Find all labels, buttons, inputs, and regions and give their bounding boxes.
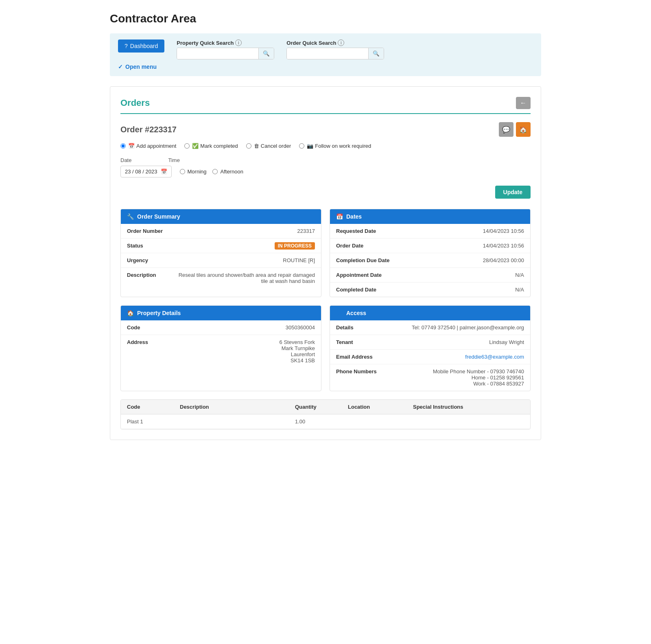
radio-cancel-order-input[interactable] <box>246 143 251 149</box>
items-table: Code Description Quantity Location Speci… <box>120 399 531 429</box>
property-code-row: Code 3050360004 <box>121 320 321 335</box>
requested-date-value: 14/04/2023 10:56 <box>385 228 524 234</box>
radio-follow-on-input[interactable] <box>299 143 304 149</box>
order-number-row: Order #223317 💬 🏠 <box>120 122 531 137</box>
morning-radio[interactable] <box>180 169 185 174</box>
access-title: Access <box>346 310 366 316</box>
morning-option[interactable]: Morning <box>180 169 207 175</box>
afternoon-label: Afternoon <box>220 169 243 175</box>
order-search-info-icon[interactable]: i <box>338 39 344 46</box>
property-search-label: Property Quick Search i <box>177 39 274 46</box>
wrench-icon: 🔧 <box>127 213 134 220</box>
calendar-icon: 📅 <box>128 143 135 149</box>
radio-cancel-order[interactable]: 🗑 Cancel order <box>246 143 291 149</box>
radio-follow-on-label: 📷 Follow on work required <box>307 143 371 149</box>
row-special-instructions <box>413 418 524 425</box>
radio-mark-completed-label: ✅ Mark completed <box>192 143 238 149</box>
col-code: Code <box>127 404 176 410</box>
completed-date-row: Completed Date N/A <box>330 283 530 297</box>
col-special-instructions: Special Instructions <box>413 404 524 410</box>
home-button[interactable]: 🏠 <box>516 122 531 137</box>
radio-add-appointment-input[interactable] <box>120 143 126 149</box>
urgency-label: Urgency <box>127 257 176 263</box>
property-search-input[interactable] <box>177 48 258 59</box>
date-time-section: Date Time 23 / 08 / 2023 📅 Morning After… <box>120 157 531 177</box>
col-location: Location <box>348 404 409 410</box>
order-action-icons: 💬 🏠 <box>499 122 531 137</box>
property-address-row: Address 6 Stevens Fork Mark Turnpike Lau… <box>121 335 321 368</box>
date-time-controls: 23 / 08 / 2023 📅 Morning Afternoon <box>120 166 531 177</box>
requested-date-label: Requested Date <box>336 228 385 234</box>
order-search-button[interactable]: 🔍 <box>368 48 384 59</box>
property-address-label: Address <box>127 339 176 345</box>
tenant-row: Tenant Lindsay Wright <box>330 335 530 350</box>
chevron-down-icon: ✓ <box>118 64 123 70</box>
dates-title: Dates <box>346 213 362 220</box>
appointment-date-label: Appointment Date <box>336 272 385 278</box>
order-summary-title: Order Summary <box>137 213 180 220</box>
order-search-input[interactable] <box>287 48 368 59</box>
open-menu-label: Open menu <box>125 64 157 70</box>
phone-label: Phone Numbers <box>336 368 385 375</box>
comment-button[interactable]: 💬 <box>499 122 513 137</box>
property-code-value: 3050360004 <box>176 324 315 331</box>
email-row: Email Address freddie63@example.com <box>330 350 530 364</box>
order-search-label: Order Quick Search i <box>286 39 384 46</box>
order-summary-card: 🔧 Order Summary Order Number 223317 Stat… <box>120 209 321 297</box>
description-label: Description <box>127 272 176 278</box>
urgency-row: Urgency ROUTINE [R] <box>121 253 321 268</box>
email-label: Email Address <box>336 354 385 360</box>
update-row: Update <box>120 186 531 199</box>
orders-title: Orders <box>120 98 150 108</box>
tenant-label: Tenant <box>336 339 385 345</box>
update-button[interactable]: Update <box>495 186 531 199</box>
property-search-info-icon[interactable]: i <box>235 39 242 46</box>
order-number-row-detail: Order Number 223317 <box>121 224 321 239</box>
completion-due-date-label: Completion Due Date <box>336 257 389 263</box>
property-search-button[interactable]: 🔍 <box>258 48 274 59</box>
row-quantity: 1.00 <box>295 418 344 425</box>
table-row: Plast 1 1.00 <box>121 414 530 429</box>
access-details-row: Details Tel: 07749 372540 | palmer.jason… <box>330 320 530 335</box>
calendar-dates-icon: 📅 <box>336 213 343 220</box>
orders-section: Orders ← Order #223317 💬 🏠 📅 Add appoint… <box>110 86 541 440</box>
afternoon-radio[interactable] <box>212 169 218 174</box>
access-details-label: Details <box>336 324 385 331</box>
radio-mark-completed[interactable]: ✅ Mark completed <box>184 143 238 149</box>
back-button[interactable]: ← <box>516 97 531 109</box>
date-input[interactable]: 23 / 08 / 2023 📅 <box>120 166 172 177</box>
afternoon-option[interactable]: Afternoon <box>212 169 243 175</box>
urgency-value: ROUTINE [R] <box>176 257 315 263</box>
col-quantity: Quantity <box>295 404 344 410</box>
status-label: Status <box>127 243 176 249</box>
order-number: Order #223317 <box>120 125 177 134</box>
order-date-row: Order Date 14/04/2023 10:56 <box>330 239 530 253</box>
radio-add-appointment[interactable]: 📅 Add appointment <box>120 143 176 149</box>
dashboard-button[interactable]: ? Dashboard <box>118 39 164 53</box>
checkmark-icon: ✅ <box>192 143 199 149</box>
dates-header: 📅 Dates <box>330 209 530 224</box>
access-header: 👤 Access <box>330 306 530 320</box>
order-summary-header: 🔧 Order Summary <box>121 209 321 224</box>
open-menu[interactable]: ✓ Open menu <box>118 64 533 70</box>
date-label: Date <box>120 157 131 163</box>
trash-icon: 🗑 <box>254 143 259 149</box>
property-details-card: 🏠 Property Details Code 3050360004 Addre… <box>120 305 321 391</box>
description-row: Description Reseal tiles around shower/b… <box>121 268 321 288</box>
appointment-date-row: Appointment Date N/A <box>330 268 530 283</box>
radio-cancel-order-label: 🗑 Cancel order <box>254 143 291 149</box>
time-label: Time <box>168 157 179 163</box>
completion-due-date-row: Completion Due Date 28/04/2023 00:00 <box>330 253 530 268</box>
radio-mark-completed-input[interactable] <box>184 143 190 149</box>
home-property-icon: 🏠 <box>127 310 134 316</box>
completion-due-date-value: 28/04/2023 00:00 <box>389 257 524 263</box>
date-value: 23 / 08 / 2023 <box>125 169 157 175</box>
order-summary-body: Order Number 223317 Status IN PROGRESS U… <box>121 224 321 288</box>
phone-row: Phone Numbers Mobile Phone Number - 0793… <box>330 364 530 391</box>
description-value: Reseal tiles around shower/bath area and… <box>176 272 315 284</box>
property-search-box: 🔍 <box>177 48 274 59</box>
property-details-header: 🏠 Property Details <box>121 306 321 320</box>
radio-follow-on[interactable]: 📷 Follow on work required <box>299 143 371 149</box>
row-code: Plast 1 <box>127 418 176 425</box>
email-link[interactable]: freddie63@example.com <box>465 354 524 360</box>
